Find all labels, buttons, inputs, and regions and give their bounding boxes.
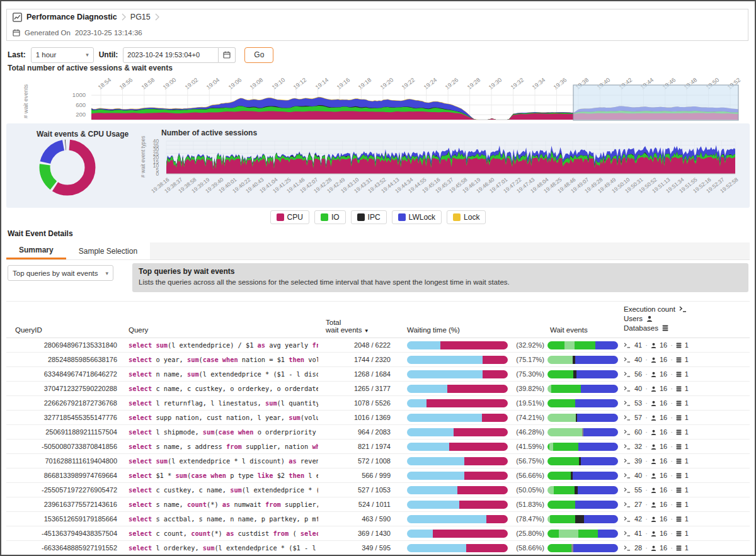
cell-waiting-time: (19.51%)	[401, 399, 545, 407]
table-row[interactable]: 8668133989974769664select $1 * sum(case …	[6, 468, 750, 483]
database-icon	[676, 487, 682, 493]
separator-dot: ·	[645, 515, 648, 523]
generated-on-bar: Generated On 2023-10-25 13:14:36	[6, 25, 748, 41]
table-row[interactable]: -5050080733870841856select s_name, s_add…	[6, 440, 750, 454]
cell-wait-events	[545, 428, 619, 436]
cell-query[interactable]: select s_name, s_address from supplier, …	[123, 443, 318, 450]
separator-dot: ·	[670, 370, 673, 378]
table-row[interactable]: 2506911889211157504select l_shipmode, su…	[6, 425, 750, 440]
table-row[interactable]: 285248859856638176select o_year, sum(cas…	[6, 353, 750, 367]
table-row[interactable]: -6633648885927191552select l_orderkey, s…	[6, 541, 750, 555]
wait-events-cpu-donut-chart[interactable]	[20, 131, 115, 204]
breadcrumb-node[interactable]: PG15	[130, 13, 151, 21]
last-interval-select[interactable]: 1 hour ▾	[31, 47, 94, 63]
waiting-portion	[407, 486, 457, 494]
cell-exec-users-dbs: 55·16·1	[619, 486, 750, 494]
cell-query[interactable]: select l_shipmode, sum(case when o_order…	[123, 428, 318, 436]
databases-count-value: 1	[685, 399, 689, 407]
cell-query[interactable]: select l_returnflag, l_linestatus, sum(l…	[123, 399, 318, 407]
user-icon	[651, 502, 656, 508]
table-row[interactable]: 6334849674718646272select n_name, sum(l_…	[6, 367, 750, 382]
cell-query[interactable]: select c_count, count(*) as custdist fro…	[123, 530, 318, 537]
go-button[interactable]: Go	[244, 47, 273, 63]
execution-count-value: 42	[634, 515, 642, 523]
user-icon	[651, 343, 656, 348]
cell-queryid: -5050080733870841856	[6, 443, 123, 450]
separator-dot: ·	[645, 501, 648, 508]
user-icon	[651, 487, 656, 493]
until-field-group: 2023-10-24 19:53:04+0	[123, 47, 236, 63]
table-row[interactable]: -2550571972276905472select c_custkey, c_…	[6, 483, 750, 497]
cell-waiting-time: (32.92%)	[401, 341, 545, 349]
cell-query[interactable]: select sum(l_extendedprice * l_discount)…	[123, 457, 318, 465]
legend-item-cpu[interactable]: CPU	[270, 210, 309, 224]
user-icon	[651, 516, 656, 522]
cell-query[interactable]: select sum(l_extendedprice) / $1 as avg_…	[123, 341, 318, 349]
user-icon	[651, 357, 656, 363]
wait-event-segment	[578, 443, 618, 451]
tab-sample-selection[interactable]: Sample Selection	[66, 242, 150, 259]
wait-event-segment	[550, 515, 575, 523]
legend-item-ipc[interactable]: IPC	[351, 210, 387, 224]
remainder-portion	[457, 486, 508, 494]
waiting-time-label: (32.92%)	[508, 341, 544, 349]
legend-item-lock[interactable]: Lock	[447, 210, 486, 224]
legend-item-lwlock[interactable]: LWLock	[392, 210, 442, 224]
waiting-time-bar	[407, 501, 508, 509]
cell-query[interactable]: select s_name, count(*) as numwait from …	[123, 501, 318, 508]
table-row[interactable]: 2396163775572143616select s_name, count(…	[6, 497, 750, 512]
cell-query[interactable]: select o_year, sum(case when nation = $1…	[123, 356, 318, 363]
wait-event-segment	[547, 428, 582, 436]
cell-query[interactable]: select c_custkey, c_name, sum(l_extended…	[123, 486, 318, 494]
active-sessions-wait-events-chart[interactable]	[6, 73, 750, 122]
cell-queryid: 8668133989974769664	[6, 472, 123, 479]
wait-event-segment	[547, 457, 579, 465]
breadcrumb-root[interactable]: Performance Diagnostic	[26, 13, 117, 21]
table-row[interactable]: 1536512659179185664select s_acctbal, s_n…	[6, 512, 750, 526]
database-icon	[676, 458, 682, 464]
cell-queryid: 2506911889211157504	[6, 428, 123, 436]
waiting-time-bar	[407, 341, 508, 349]
report-type-select[interactable]: Top queries by wait events ▾	[8, 265, 113, 281]
separator-dot: ·	[670, 544, 673, 552]
separator-dot: ·	[670, 428, 673, 436]
until-datetime-input[interactable]: 2023-10-24 19:53:04+0	[123, 47, 219, 63]
cell-wait-events	[545, 341, 619, 349]
terminal-icon	[624, 444, 631, 450]
cell-query[interactable]: select $1 * sum(case when p_type like $2…	[123, 472, 318, 479]
cell-query[interactable]: select l_orderkey, sum(l_extendedprice *…	[123, 544, 318, 552]
waiting-portion	[407, 501, 459, 509]
wait-event-segment	[575, 356, 618, 364]
cell-query[interactable]: select supp_nation, cust_nation, l_year,…	[123, 414, 318, 421]
legend-item-io[interactable]: IO	[314, 210, 346, 224]
header-total-wait-events[interactable]: Total wait events ▼	[318, 302, 401, 338]
terminal-icon	[624, 357, 631, 363]
table-row[interactable]: 3277185455355147776select supp_nation, c…	[6, 411, 750, 425]
table-row[interactable]: 7016288111619404800select sum(l_extended…	[6, 454, 750, 468]
active-sessions-detail-chart[interactable]	[161, 140, 741, 175]
table-row[interactable]: 2266267921872736768select l_returnflag, …	[6, 396, 750, 411]
table-row[interactable]: -4513637949438357504select c_count, coun…	[6, 526, 750, 541]
calendar-picker-button[interactable]	[219, 47, 236, 63]
cell-wait-events	[545, 472, 619, 480]
active-sessions-chart-title: Number of active sessions	[161, 128, 257, 137]
until-label: Until:	[99, 50, 118, 59]
separator-dot: ·	[670, 399, 673, 407]
table-row[interactable]: 3704712327590220288select c_name, c_cust…	[6, 382, 750, 396]
cell-query[interactable]: select s_acctbal, s_name, n_name, p_part…	[123, 515, 318, 523]
cell-total-wait-events: 463 / 590	[318, 515, 401, 523]
legend-label: IPC	[368, 213, 381, 222]
wait-events-bar	[547, 486, 618, 494]
cell-query[interactable]: select n_name, sum(l_extendedprice * ($1…	[123, 370, 318, 378]
wait-event-segment	[559, 530, 578, 538]
tab-summary[interactable]: Summary	[6, 242, 66, 259]
wait-events-bar	[547, 515, 618, 523]
separator-dot: ·	[645, 530, 648, 537]
user-icon	[651, 444, 656, 450]
cell-waiting-time: (41.59%)	[401, 443, 545, 451]
table-row[interactable]: 2806948967135331840select sum(l_extended…	[6, 338, 750, 353]
user-icon	[651, 400, 656, 406]
cell-query[interactable]: select c_name, c_custkey, o_orderkey, o_…	[123, 385, 318, 392]
database-icon	[676, 444, 682, 450]
cell-waiting-time: (78.47%)	[401, 515, 545, 523]
